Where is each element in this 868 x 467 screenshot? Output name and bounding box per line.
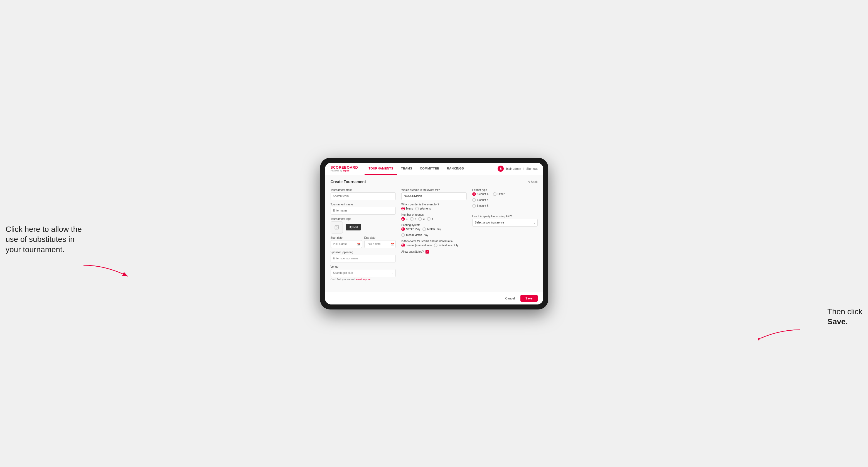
division-field: Which division is the event for? NCAA Di…	[401, 188, 467, 200]
scoring-match-label: Match Play	[427, 228, 441, 231]
tournament-host-label: Tournament Host	[331, 188, 396, 191]
venue-wrapper	[331, 269, 396, 277]
tournament-host-wrapper	[331, 192, 396, 200]
rounds-radio-group: 1 2 3 4	[401, 217, 467, 221]
page-title: Create Tournament	[331, 180, 366, 184]
rounds-1[interactable]: 1	[401, 217, 408, 221]
nav-tab-teams[interactable]: TEAMS	[397, 163, 416, 175]
gender-womens[interactable]: Womens	[415, 207, 431, 210]
format-field: Format type 5 count 4 Other	[472, 188, 538, 208]
sponsor-input[interactable]	[331, 255, 396, 262]
api-select[interactable]: Select a scoring service	[472, 219, 538, 226]
format-6count5[interactable]: 6 count 5	[472, 204, 538, 208]
scoring-stroke-radio[interactable]	[401, 227, 405, 231]
cancel-button[interactable]: Cancel	[503, 295, 518, 302]
rounds-4-label: 4	[432, 217, 433, 220]
divider: |	[523, 167, 524, 170]
upload-button[interactable]: Upload	[346, 224, 361, 230]
tournament-host-input[interactable]	[331, 192, 396, 200]
scoring-field: Scoring system Stroke Play Match Play	[401, 223, 467, 237]
rounds-3-label: 3	[423, 217, 425, 220]
event-individuals-label: Individuals Only	[439, 244, 458, 247]
annotation-left: Click here to allow the use of substitut…	[6, 224, 84, 255]
scoring-label: Scoring system	[401, 223, 467, 226]
format-5count4[interactable]: 5 count 4	[472, 192, 488, 196]
nav-tab-committee[interactable]: COMMITTEE	[416, 163, 443, 175]
substitutes-checkbox[interactable]: ✓	[425, 250, 429, 254]
rounds-2[interactable]: 2	[410, 217, 416, 221]
api-label: Use third-party live scoring API?	[472, 215, 538, 218]
user-name: blair admin	[506, 167, 521, 170]
format-6count4[interactable]: 6 count 4	[472, 198, 538, 202]
gender-mens[interactable]: Mens	[401, 207, 413, 210]
event-teams-radio[interactable]	[401, 244, 405, 247]
sponsor-field: Sponsor (optional)	[331, 251, 396, 262]
venue-input[interactable]	[331, 269, 396, 277]
nav-tab-tournaments[interactable]: TOURNAMENTS	[365, 163, 397, 175]
venue-field: Venue Can't find your venue? email suppo…	[331, 265, 396, 281]
nav-tabs: TOURNAMENTS TEAMS COMMITTEE RANKINGS	[365, 163, 498, 175]
event-teams[interactable]: Teams (+Individuals)	[401, 244, 432, 247]
substitutes-checkbox-wrapper[interactable]: Allow substitutes? ✓	[401, 250, 467, 254]
form-col-3: Format type 5 count 4 Other	[472, 188, 538, 281]
event-individuals[interactable]: Individuals Only	[434, 244, 458, 247]
tournament-logo-label: Tournament logo	[331, 217, 396, 220]
scoring-medal-match[interactable]: Medal Match Play	[401, 233, 428, 237]
rounds-2-radio[interactable]	[410, 217, 413, 221]
form-grid: Tournament Host Tournament name Tourname…	[331, 188, 538, 281]
navigation: SCOREBOARD Powered by clippd TOURNAMENTS…	[325, 163, 543, 175]
rounds-1-label: 1	[406, 217, 408, 220]
gender-radio-group: Mens Womens	[401, 207, 467, 210]
rounds-1-radio[interactable]	[401, 217, 405, 221]
logo-powered: Powered by clippd	[331, 169, 358, 172]
sponsor-label: Sponsor (optional)	[331, 251, 396, 254]
format-other[interactable]: Other	[493, 192, 504, 196]
app-logo: SCOREBOARD Powered by clippd	[331, 165, 358, 172]
sign-out-link[interactable]: Sign out	[526, 167, 537, 170]
gender-womens-radio[interactable]	[415, 207, 419, 210]
division-wrapper: NCAA Division I	[401, 192, 467, 200]
scoring-medal-radio[interactable]	[401, 233, 405, 237]
start-date-label: Start date	[331, 236, 362, 239]
substitutes-field: Allow substitutes? ✓	[401, 250, 467, 254]
nav-tab-rankings[interactable]: RANKINGS	[443, 163, 468, 175]
rounds-3[interactable]: 3	[418, 217, 425, 221]
save-button[interactable]: Save	[520, 295, 538, 302]
substitutes-label: Allow substitutes?	[401, 250, 424, 253]
event-for-radio-group: Teams (+Individuals) Individuals Only	[401, 244, 467, 247]
scoring-match[interactable]: Match Play	[423, 227, 441, 231]
division-select[interactable]: NCAA Division I	[401, 192, 467, 200]
format-other-label: Other	[498, 193, 504, 196]
email-support-link[interactable]: email support	[356, 278, 371, 281]
gender-mens-radio[interactable]	[401, 207, 405, 210]
calendar-icon: 📅	[357, 242, 361, 246]
end-date-wrapper: 📅	[364, 240, 396, 248]
event-for-field: Is this event for Teams and/or Individua…	[401, 240, 467, 247]
back-button[interactable]: < Back	[528, 180, 538, 183]
scoring-stroke[interactable]: Stroke Play	[401, 227, 420, 231]
form-col-2: Which division is the event for? NCAA Di…	[401, 188, 467, 281]
rounds-4-radio[interactable]	[427, 217, 431, 221]
venue-label: Venue	[331, 265, 396, 268]
scoring-match-radio[interactable]	[423, 227, 426, 231]
format-other-radio[interactable]	[493, 192, 496, 196]
gender-mens-label: Mens	[406, 207, 413, 210]
rounds-label: Number of rounds	[401, 213, 467, 216]
event-teams-label: Teams (+Individuals)	[406, 244, 432, 247]
format-6count4-radio[interactable]	[472, 198, 476, 202]
format-5count4-label: 5 count 4	[477, 193, 488, 196]
api-wrapper: Select a scoring service	[472, 219, 538, 226]
end-date-label: End date	[364, 236, 396, 239]
arrow-left-icon	[81, 262, 131, 279]
tablet-frame: SCOREBOARD Powered by clippd TOURNAMENTS…	[320, 158, 548, 309]
user-info: B blair admin | Sign out	[498, 165, 537, 172]
tournament-name-input[interactable]	[331, 207, 396, 215]
rounds-4[interactable]: 4	[427, 217, 433, 221]
tournament-name-label: Tournament name	[331, 203, 396, 206]
format-5count4-radio[interactable]	[472, 192, 476, 196]
event-individuals-radio[interactable]	[434, 244, 437, 247]
rounds-3-radio[interactable]	[418, 217, 422, 221]
end-date-field: End date 📅	[364, 236, 396, 248]
format-6count5-radio[interactable]	[472, 204, 476, 208]
scoring-radio-group: Stroke Play Match Play Medal Match Play	[401, 227, 467, 237]
